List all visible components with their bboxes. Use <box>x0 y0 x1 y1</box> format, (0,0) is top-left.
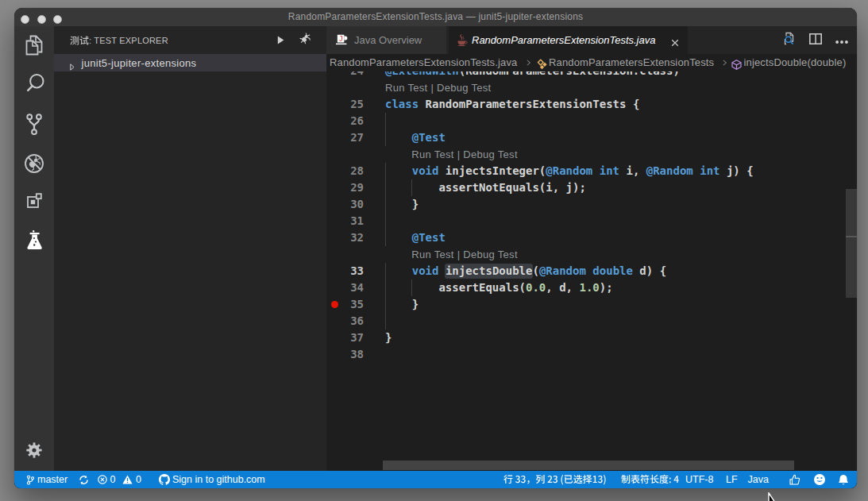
explorer-icon[interactable] <box>14 35 54 56</box>
symbol-method-icon <box>731 58 742 75</box>
error-icon <box>98 475 107 484</box>
code-line: @Test <box>385 129 446 146</box>
sidebar-title-latin: : TEST EXPLORER <box>89 36 168 45</box>
tab-label: RandomParametersExtensionTests.java <box>472 34 655 46</box>
split-editor-icon[interactable] <box>809 33 822 48</box>
chevron-right-icon <box>70 60 75 74</box>
overview-ruler-mark <box>846 236 857 237</box>
breadcrumb-class[interactable]: RandomParametersExtensionTests <box>549 54 714 71</box>
close-window-button[interactable] <box>21 15 29 24</box>
warning-count: 0 <box>136 474 141 485</box>
more-actions-icon[interactable] <box>835 33 848 48</box>
encoding-item[interactable]: UTF-8 <box>685 471 713 488</box>
sync-status-item[interactable] <box>79 471 89 488</box>
tab-size-item[interactable] <box>621 471 679 488</box>
code-line: void injectsDouble(@Random double d) { <box>385 263 666 279</box>
code-line: assertNotEquals(i, j); <box>385 179 586 196</box>
line-number: 25 <box>326 96 364 113</box>
line-number: 28 <box>326 163 364 179</box>
codelens[interactable]: Run Test | Debug Test <box>411 246 518 263</box>
breadcrumb: RandomParametersExtensionTests.java Rand… <box>326 54 857 71</box>
cursor-position-item[interactable] <box>503 471 607 488</box>
signin-label: Sign in to github.com <box>172 474 265 485</box>
line-number: 38 <box>326 346 364 363</box>
code-editor[interactable]: 24@ExtendWith(RandomParametersExtension.… <box>326 54 857 471</box>
breadcrumb-method[interactable]: injectsDouble(double) <box>744 54 847 71</box>
code-line: } <box>385 196 419 213</box>
line-number: 29 <box>326 179 364 196</box>
settings-gear-icon[interactable] <box>14 442 54 458</box>
tab-label: Java Overview <box>354 34 422 46</box>
line-number: 32 <box>326 229 364 246</box>
desktop: { "window": { "title": "RandomParameters… <box>0 0 868 501</box>
breakpoint-dot[interactable] <box>331 301 338 308</box>
notifications-bell-icon[interactable] <box>838 471 849 488</box>
git-branch-icon <box>26 475 34 485</box>
tab-randomparametersextensiontests[interactable]: RandomParametersExtensionTests.java <box>449 26 689 54</box>
feedback-smiley-icon[interactable] <box>814 471 825 488</box>
line-number: 36 <box>326 313 364 330</box>
github-signin-item[interactable]: Sign in to github.com <box>159 471 265 488</box>
open-preview-icon[interactable] <box>782 32 796 48</box>
symbol-class-icon <box>537 58 547 75</box>
debug-all-tests-button[interactable] <box>299 33 311 48</box>
branch-name: master <box>37 474 68 485</box>
search-icon[interactable] <box>14 74 54 93</box>
github-icon <box>159 474 170 485</box>
thumbsup-icon[interactable] <box>789 471 800 488</box>
close-tab-icon[interactable] <box>671 36 679 50</box>
branch-status-item[interactable]: master <box>26 471 68 488</box>
breadcrumb-separator-icon <box>526 54 531 77</box>
sidebar-header: : TEST EXPLORER <box>54 26 326 54</box>
sidebar-title-cjk <box>70 34 89 47</box>
horizontal-scrollbar[interactable] <box>383 461 794 470</box>
tree-item-label: junit5-jupiter-extensions <box>82 57 197 69</box>
java-overview-mug-icon <box>335 34 349 48</box>
code-line: void injectsInteger(@Random int i, @Rand… <box>385 163 754 179</box>
line-number: 37 <box>326 330 364 346</box>
minimize-window-button[interactable] <box>37 15 46 24</box>
line-number: 30 <box>326 196 364 213</box>
indent-guide <box>385 313 386 330</box>
error-count: 0 <box>110 474 116 485</box>
code-line: } <box>385 330 392 346</box>
zoom-window-button[interactable] <box>53 15 62 24</box>
codelens[interactable]: Run Test | Debug Test <box>385 79 492 96</box>
run-all-tests-button[interactable] <box>277 33 284 48</box>
line-number: 33 <box>326 263 364 279</box>
tab-bar: Java Overview RandomParametersExtensionT… <box>326 26 857 54</box>
code-line: class RandomParametersExtensionTests { <box>385 96 639 113</box>
tree-item-junit5-jupiter-extensions[interactable]: junit5-jupiter-extensions <box>54 54 326 71</box>
tab-java-overview[interactable]: Java Overview <box>326 26 447 54</box>
breadcrumb-file[interactable]: RandomParametersExtensionTests.java <box>330 54 517 71</box>
mouse-cursor <box>764 492 780 501</box>
problems-status-item[interactable]: 0 0 <box>98 471 141 488</box>
line-number: 27 <box>326 129 364 146</box>
test-explorer-icon[interactable] <box>14 229 54 251</box>
code-line: assertEquals(0.0, d, 1.0); <box>385 279 613 296</box>
warning-icon <box>122 475 133 484</box>
status-bar: master 0 0 Sign in to github.com UTF-8 L… <box>14 471 857 488</box>
source-control-icon[interactable] <box>14 113 54 135</box>
codelens[interactable]: Run Test | Debug Test <box>411 146 518 163</box>
debug-icon[interactable] <box>14 152 54 175</box>
vertical-scrollbar[interactable] <box>846 189 857 298</box>
titlebar: RandomParametersExtensionTests.java — ju… <box>14 8 857 26</box>
sidebar-test-explorer: : TEST EXPLORER junit5-jupiter-extension… <box>54 26 326 471</box>
editor-group: Java Overview RandomParametersExtensionT… <box>326 26 857 471</box>
indent-guide <box>385 113 386 129</box>
window-title: RandomParametersExtensionTests.java — ju… <box>14 8 857 26</box>
code-line: @Test <box>385 229 446 246</box>
language-mode-item[interactable]: Java <box>748 471 769 488</box>
java-cup-icon <box>456 34 468 50</box>
line-number: 31 <box>326 213 364 229</box>
breadcrumb-separator-icon <box>722 54 727 77</box>
indent-guide <box>385 213 386 229</box>
code-line: } <box>385 296 419 313</box>
extensions-icon[interactable] <box>14 191 54 210</box>
line-number: 34 <box>326 279 364 296</box>
sidebar-title: : TEST EXPLORER <box>70 26 168 54</box>
eol-item[interactable]: LF <box>726 471 738 488</box>
activity-bar <box>14 26 54 471</box>
line-number: 26 <box>326 113 364 129</box>
